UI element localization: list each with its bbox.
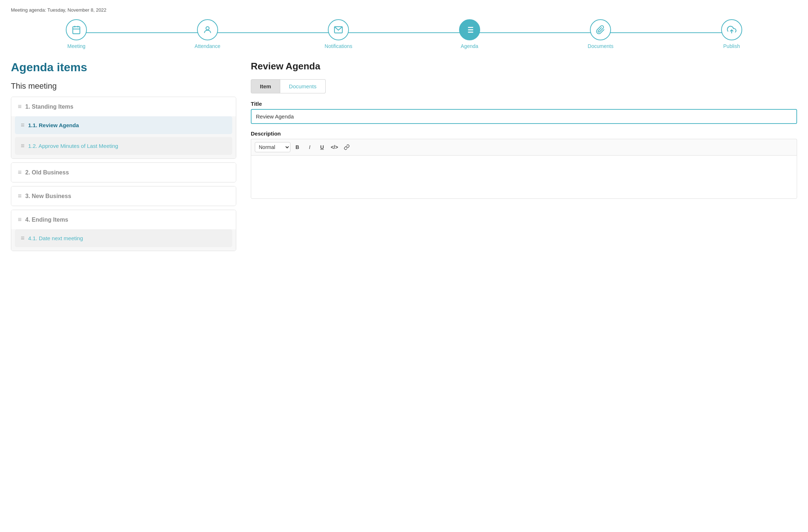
description-section: Description Normal Heading 1 Heading 2 H… (251, 130, 797, 199)
agenda-sub-item-date-next-label: 4.1. Date next meeting (28, 235, 83, 241)
title-label: Title (251, 101, 797, 107)
section-title: This meeting (11, 81, 236, 91)
agenda-sub-item-date-next[interactable]: ≡ 4.1. Date next meeting (15, 229, 232, 247)
bold-button[interactable]: B (292, 142, 303, 152)
link-button[interactable] (341, 142, 352, 152)
drag-icon-new: ≡ (18, 192, 22, 200)
svg-rect-0 (73, 27, 80, 34)
drag-icon-review: ≡ (21, 121, 25, 129)
step-notifications-circle (328, 19, 349, 40)
drag-icon-ending: ≡ (18, 216, 22, 223)
step-meeting-label: Meeting (67, 43, 85, 49)
step-attendance[interactable]: Attendance (142, 19, 273, 49)
agenda-sub-item-approve-label: 1.2. Approve Minutes of Last Meeting (28, 143, 118, 149)
step-publish[interactable]: Publish (666, 19, 797, 49)
svg-point-4 (206, 27, 209, 30)
agenda-group-label-new: 3. New Business (25, 193, 71, 200)
agenda-group-standing: ≡ 1. Standing Items ≡ 1.1. Review Agenda… (11, 97, 236, 159)
code-button[interactable]: </> (329, 142, 340, 152)
agenda-group-old: ≡ 2. Old Business (11, 162, 236, 182)
right-panel: Review Agenda Item Documents Title Descr… (251, 61, 797, 251)
main-layout: Agenda items This meeting ≡ 1. Standing … (11, 61, 797, 251)
agenda-sub-item-approve[interactable]: ≡ 1.2. Approve Minutes of Last Meeting (15, 137, 232, 155)
agenda-group-label-old: 2. Old Business (25, 169, 69, 176)
step-agenda-circle (459, 19, 480, 40)
italic-button[interactable]: I (304, 142, 315, 152)
title-group: Title (251, 101, 797, 124)
step-agenda[interactable]: Agenda (404, 19, 535, 49)
agenda-group-header-new[interactable]: ≡ 3. New Business (11, 186, 236, 206)
drag-icon-standing: ≡ (18, 103, 22, 110)
step-notifications[interactable]: Notifications (273, 19, 404, 49)
left-panel: Agenda items This meeting ≡ 1. Standing … (11, 61, 236, 251)
drag-icon-approve: ≡ (21, 142, 25, 150)
agenda-group-header-standing[interactable]: ≡ 1. Standing Items (11, 97, 236, 116)
agenda-group-ending: ≡ 4. Ending Items ≡ 4.1. Date next meeti… (11, 210, 236, 251)
agenda-sub-items-standing: ≡ 1.1. Review Agenda ≡ 1.2. Approve Minu… (11, 116, 236, 158)
step-attendance-label: Attendance (194, 43, 220, 49)
review-title: Review Agenda (251, 61, 797, 72)
agenda-group-header-old[interactable]: ≡ 2. Old Business (11, 163, 236, 182)
format-select[interactable]: Normal Heading 1 Heading 2 Heading 3 (255, 142, 290, 152)
drag-icon-old: ≡ (18, 169, 22, 176)
description-label: Description (251, 130, 797, 137)
description-toolbar: Normal Heading 1 Heading 2 Heading 3 B I… (251, 139, 797, 155)
step-agenda-label: Agenda (461, 43, 478, 49)
stepper: Meeting Attendance Notifications Agenda (11, 19, 797, 49)
step-publish-circle (721, 19, 742, 40)
step-meeting[interactable]: Meeting (11, 19, 142, 49)
step-documents-label: Documents (588, 43, 614, 49)
agenda-list: ≡ 1. Standing Items ≡ 1.1. Review Agenda… (11, 97, 236, 251)
agenda-group-label-ending: 4. Ending Items (25, 217, 68, 223)
agenda-group-header-ending[interactable]: ≡ 4. Ending Items (11, 210, 236, 229)
page-title: Agenda items (11, 61, 236, 74)
tab-documents[interactable]: Documents (280, 79, 326, 93)
agenda-sub-item-review-label: 1.1. Review Agenda (28, 122, 79, 128)
drag-icon-date-next: ≡ (21, 234, 25, 242)
description-editor[interactable] (251, 155, 797, 199)
agenda-sub-item-review[interactable]: ≡ 1.1. Review Agenda (15, 116, 232, 134)
step-meeting-circle (66, 19, 87, 40)
agenda-sub-items-ending: ≡ 4.1. Date next meeting (11, 229, 236, 251)
step-notifications-label: Notifications (325, 43, 352, 49)
breadcrumb: Meeting agenda: Tuesday, November 8, 202… (11, 7, 797, 13)
step-publish-label: Publish (723, 43, 740, 49)
agenda-group-new: ≡ 3. New Business (11, 186, 236, 206)
step-attendance-circle (197, 19, 218, 40)
tab-bar: Item Documents (251, 79, 797, 93)
agenda-group-label-standing: 1. Standing Items (25, 104, 73, 110)
step-documents[interactable]: Documents (535, 19, 666, 49)
underline-button[interactable]: U (317, 142, 327, 152)
step-documents-circle (590, 19, 611, 40)
tab-item[interactable]: Item (251, 79, 280, 93)
title-input[interactable] (251, 109, 797, 124)
